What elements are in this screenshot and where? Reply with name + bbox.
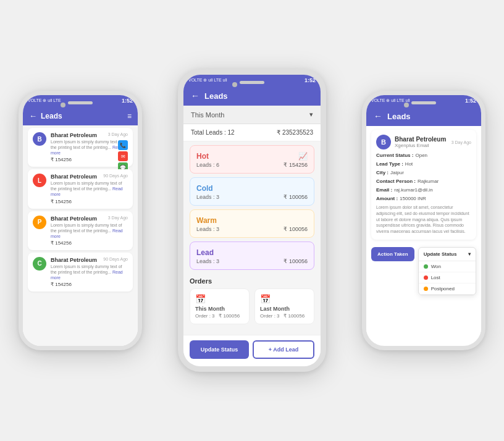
add-lead-button[interactable]: + Add Lead bbox=[253, 340, 314, 359]
month-selector[interactable]: This Month ▾ bbox=[183, 106, 321, 124]
item-action-icons: 📞 ✉ 💬 bbox=[118, 140, 128, 172]
item-amount: ₹ 154256 bbox=[51, 282, 128, 287]
postponed-dot bbox=[424, 287, 428, 291]
left-status-icons: VOLTE ⊕ ull LTE bbox=[28, 98, 61, 103]
item-amount: ₹ 154256 bbox=[51, 157, 128, 162]
dropdown-header[interactable]: Update Status ▾ bbox=[419, 248, 476, 261]
list-item[interactable]: P Bharat Petroleum Lorem Ipsum is simply… bbox=[28, 211, 133, 250]
phones-container: VOLTE ⊕ ull LTE 1:52 ← Leads ≡ B Bharat … bbox=[0, 0, 504, 441]
orders-row: 📅 This Month Order : 3 ₹ 100056 📅 Last M… bbox=[190, 288, 314, 324]
avatar: C bbox=[33, 257, 46, 271]
status-dropdown[interactable]: Update Status ▾ Won Lost Postponed bbox=[418, 247, 476, 295]
call-icon[interactable]: 📞 bbox=[118, 140, 128, 150]
left-header-title: Leads bbox=[41, 112, 124, 120]
chevron-down-icon: ▾ bbox=[468, 251, 471, 257]
left-back-arrow[interactable]: ← bbox=[29, 111, 37, 120]
hot-amount: ₹ 154256 bbox=[284, 162, 308, 168]
left-time: 1:52 bbox=[122, 98, 133, 104]
postponed-label: Postponed bbox=[431, 286, 455, 292]
item-date: 90 Days Ago bbox=[103, 174, 128, 178]
this-month-title: This Month bbox=[195, 306, 244, 312]
chevron-down-icon: ▾ bbox=[309, 111, 313, 119]
calendar-icon: 📅 bbox=[260, 294, 309, 304]
right-phone: VOLTE ⊕ ull LTE ull 1:52 ← Leads B Bhara… bbox=[362, 91, 485, 350]
item-desc: Lorem Ipsum is simply dummy text of the … bbox=[51, 264, 128, 280]
detail-screen: B Bharat Petroleum Xgenplus Email 3 Day … bbox=[366, 126, 481, 343]
warm-lead-card[interactable]: Warm Leads : 3 ₹ 100056 bbox=[190, 209, 314, 238]
this-month-order-card[interactable]: 📅 This Month Order : 3 ₹ 100056 bbox=[190, 288, 250, 324]
left-header: ← Leads ≡ bbox=[23, 106, 138, 125]
item-desc: Lorem Ipsum is simply dummy text of the … bbox=[51, 222, 128, 239]
won-label: Won bbox=[431, 264, 441, 269]
last-month-order-card[interactable]: 📅 Last Month Order : 3 ₹ 100056 bbox=[254, 288, 314, 324]
total-leads-amount: ₹ 235235523 bbox=[277, 129, 313, 136]
list-item[interactable]: C Bharat Petroleum Lorem Ipsum is simply… bbox=[28, 253, 133, 292]
company-name: Bharat Petroleum bbox=[395, 136, 448, 143]
orders-section: Orders 📅 This Month Order : 3 ₹ 100056 bbox=[183, 274, 321, 327]
action-row: Action Taken Update Status ▾ Won Lost bbox=[366, 243, 481, 299]
trend-icon: 📈 bbox=[298, 152, 308, 161]
lost-label: Lost bbox=[431, 275, 440, 280]
field-amount: Amount : 150000 INR bbox=[376, 196, 471, 201]
company-date: 3 Day Ago bbox=[452, 140, 471, 145]
total-leads-row: Total Leads : 12 ₹ 235235523 bbox=[183, 124, 321, 141]
item-date: 3 Day Ago bbox=[108, 132, 128, 136]
total-leads-label: Total Leads : 12 bbox=[191, 129, 235, 136]
orders-title: Orders bbox=[190, 277, 314, 285]
lost-dot bbox=[424, 275, 428, 280]
dropdown-label: Update Status bbox=[424, 251, 457, 257]
right-time: 1:52 bbox=[465, 98, 476, 104]
status-option-postponed[interactable]: Postponed bbox=[419, 284, 476, 295]
detail-card: B Bharat Petroleum Xgenplus Email 3 Day … bbox=[371, 130, 476, 240]
bottom-buttons: Update Status + Add Lead bbox=[183, 335, 321, 364]
calendar-icon: 📅 bbox=[195, 294, 244, 304]
leads-screen: This Month ▾ Total Leads : 12 ₹ 23523552… bbox=[183, 106, 321, 364]
company-info: B Bharat Petroleum Xgenplus Email 3 Day … bbox=[376, 135, 471, 149]
warm-amount: ₹ 100056 bbox=[284, 226, 308, 232]
lead-title: Lead bbox=[196, 248, 214, 257]
center-time: 1:52 bbox=[304, 77, 316, 83]
last-month-title: Last Month bbox=[260, 306, 309, 312]
company-avatar: B bbox=[376, 135, 391, 149]
update-status-button[interactable]: Update Status bbox=[190, 340, 249, 359]
list-item[interactable]: B Bharat Petroleum Lorem Ipsum is simply… bbox=[28, 128, 133, 167]
lead-lead-card[interactable]: Lead Leads : 3 ₹ 100056 bbox=[190, 242, 314, 270]
center-status-icons: VOLTE ⊕ ull LTE ull bbox=[188, 78, 227, 83]
item-content: Bharat Petroleum Lorem Ipsum is simply d… bbox=[51, 132, 128, 162]
right-status-bar: VOLTE ⊕ ull LTE ull 1:52 bbox=[366, 95, 481, 106]
item-amount: ₹ 154256 bbox=[51, 199, 128, 204]
list-item[interactable]: L Bharat Petroleum Lorem Ipsum is simply… bbox=[28, 169, 133, 208]
hot-title: Hot bbox=[196, 152, 209, 161]
left-status-bar: VOLTE ⊕ ull LTE 1:52 bbox=[23, 95, 138, 106]
item-date: 3 Day Ago bbox=[108, 216, 128, 220]
right-status-icons: VOLTE ⊕ ull LTE ull bbox=[371, 98, 410, 103]
center-back-arrow[interactable]: ← bbox=[191, 91, 200, 101]
center-phone: VOLTE ⊕ ull LTE ull 1:52 ← Leads This Mo… bbox=[178, 69, 326, 372]
field-current-status: Current Status : Open bbox=[376, 153, 471, 158]
hot-lead-card[interactable]: Hot 📈 Leads : 6 ₹ 154256 bbox=[190, 145, 314, 174]
left-screen: B Bharat Petroleum Lorem Ipsum is simply… bbox=[23, 125, 138, 349]
status-option-won[interactable]: Won bbox=[419, 261, 476, 272]
company-sub: Xgenplus Email bbox=[395, 143, 448, 148]
cold-lead-card[interactable]: Cold Leads : 3 ₹ 100056 bbox=[190, 177, 314, 206]
action-taken-button[interactable]: Action Taken bbox=[371, 247, 414, 261]
cold-leads-label: Leads : 3 bbox=[196, 194, 219, 200]
detail-description: Lorem ipsum dolor sit amet, consectetur … bbox=[376, 204, 471, 235]
field-email: Email : raj.kumar1@dil.in bbox=[376, 187, 471, 193]
field-city: City : Jaipur bbox=[376, 170, 471, 175]
cold-title: Cold bbox=[196, 184, 213, 193]
left-phone: VOLTE ⊕ ull LTE 1:52 ← Leads ≡ B Bharat … bbox=[19, 91, 142, 350]
warm-leads-label: Leads : 3 bbox=[196, 226, 219, 232]
field-contact: Contact Person : Rajkumar bbox=[376, 178, 471, 184]
email-icon[interactable]: ✉ bbox=[118, 151, 128, 161]
status-option-lost[interactable]: Lost bbox=[419, 272, 476, 284]
right-back-arrow[interactable]: ← bbox=[374, 111, 382, 121]
lead-amount: ₹ 100056 bbox=[284, 258, 308, 264]
left-filter-icon[interactable]: ≡ bbox=[127, 112, 132, 120]
avatar: B bbox=[33, 132, 46, 146]
avatar: L bbox=[33, 174, 46, 187]
center-header: ← Leads bbox=[183, 86, 321, 106]
hot-leads-label: Leads : 6 bbox=[196, 162, 219, 168]
month-label: This Month bbox=[191, 111, 224, 119]
item-content: Bharat Petroleum Lorem Ipsum is simply d… bbox=[51, 257, 128, 287]
